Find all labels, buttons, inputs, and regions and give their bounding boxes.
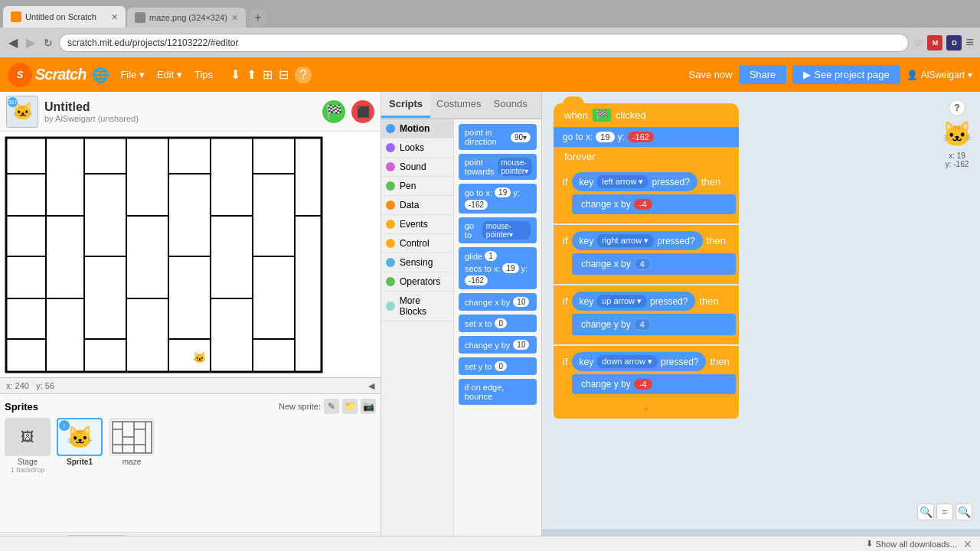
when-clicked-block[interactable]: when 🏁 clicked go to x: 19 y: -162 forev… <box>554 103 739 419</box>
category-pen[interactable]: Pen <box>381 177 453 196</box>
tab2-close[interactable]: ✕ <box>231 13 238 23</box>
category-events[interactable]: Events <box>381 215 453 234</box>
category-sensing[interactable]: Sensing <box>381 253 453 272</box>
sprites-title: Sprites <box>5 401 38 412</box>
block-change-y[interactable]: change y by 10 <box>459 336 537 354</box>
change-x-right-val: 4 <box>634 258 651 270</box>
category-data[interactable]: Data <box>381 196 453 215</box>
block-glide[interactable]: glide 1 secs to x: 19 y: -162 <box>459 247 537 289</box>
back-button[interactable]: ◀ <box>6 34 20 51</box>
expand-icon[interactable]: ◀ <box>368 381 374 391</box>
hat-block-top: when 🏁 clicked <box>554 103 739 127</box>
events-label: Events <box>400 219 428 230</box>
new-tab-button[interactable]: + <box>249 9 267 28</box>
ext-icon-2[interactable]: D <box>946 35 962 51</box>
key-left-dropdown[interactable]: left arrow ▾ <box>596 175 648 188</box>
key-up-dropdown[interactable]: up arrow ▾ <box>596 295 647 308</box>
motion-dot <box>386 124 395 133</box>
set-y-val: 0 <box>495 361 507 371</box>
block-point-towards[interactable]: point towards mouse-pointer▾ <box>459 154 537 180</box>
arrow-icon: ▶ <box>803 69 811 80</box>
tab-scripts[interactable]: Scripts <box>381 92 430 118</box>
stage-sprite-item[interactable]: 🖼 Stage 1 backdrop <box>5 418 51 474</box>
camera-sprite-button[interactable]: 📷 <box>361 399 376 414</box>
close-downloads-button[interactable]: ✕ <box>963 538 972 550</box>
show-downloads-label: Show all downloads... <box>876 540 957 549</box>
pressed-up-label: pressed? <box>650 296 688 307</box>
forward-button[interactable]: ▶ <box>24 34 38 51</box>
pressed-right-label: pressed? <box>657 236 694 246</box>
sprites-panel: Sprites New sprite: ✎ 📁 📷 🖼 Stage <box>0 393 381 532</box>
block-point-direction[interactable]: point in direction 90▾ <box>459 124 537 150</box>
edit-menu[interactable]: Edit ▾ <box>152 67 188 83</box>
block-goto-to[interactable]: go to mouse-pointer▾ <box>459 217 537 243</box>
category-sound[interactable]: Sound <box>381 158 453 177</box>
green-flag-button[interactable]: 🏁 <box>322 100 345 123</box>
maze-sprite-item[interactable]: maze <box>109 418 155 466</box>
tab-2[interactable]: maze.png (324×324) ✕ <box>127 8 246 28</box>
shrink-icon[interactable]: ⊟ <box>279 67 289 82</box>
category-motion[interactable]: Motion <box>381 119 453 139</box>
category-operators[interactable]: Operators <box>381 272 453 292</box>
svg-text:🐱: 🐱 <box>193 351 207 364</box>
block-change-x[interactable]: change x by 10 <box>459 293 537 311</box>
reload-button[interactable]: ↻ <box>41 35 55 51</box>
show-downloads-button[interactable]: ⬇ Show all downloads... <box>866 539 957 549</box>
zoom-reset-button[interactable]: = <box>936 504 953 520</box>
block-set-x[interactable]: set x to 0 <box>459 315 537 332</box>
change-y-down-block[interactable]: change y by -4 <box>572 374 736 394</box>
download-icon[interactable]: ⬇ <box>230 67 240 82</box>
file-menu[interactable]: File ▾ <box>115 67 150 83</box>
change-y-val: 10 <box>513 340 529 350</box>
bookmark-icon[interactable]: ☆ <box>913 35 923 50</box>
user-area[interactable]: 👤 AlSweigart ▾ <box>906 70 972 80</box>
middle-panel: Scripts Costumes Sounds Motion <box>381 92 542 551</box>
zoom-out-button[interactable]: 🔍 <box>956 504 972 520</box>
project-name-input[interactable] <box>44 100 236 114</box>
tab2-favicon <box>135 12 145 23</box>
paint-sprite-button[interactable]: ✎ <box>324 399 339 414</box>
change-y-label: change y by <box>465 341 510 350</box>
category-looks[interactable]: Looks <box>381 139 453 158</box>
tab1-label: Untitled on Scratch <box>25 12 107 21</box>
tab-costumes[interactable]: Costumes <box>430 92 488 118</box>
upload-icon[interactable]: ⬆ <box>247 67 256 82</box>
goto-to-label: go to <box>465 221 479 240</box>
motion-label: Motion <box>400 123 430 134</box>
forever-end: + <box>554 403 739 419</box>
change-x-left-block[interactable]: change x by -4 <box>572 194 736 214</box>
share-label: Share <box>750 69 776 80</box>
save-now-button[interactable]: Save now <box>689 69 733 80</box>
user-icon: 👤 <box>906 70 918 80</box>
see-project-button[interactable]: ▶ See project page <box>792 65 900 84</box>
ext-icon-1[interactable]: M <box>927 35 942 51</box>
change-y-down-val: -4 <box>634 379 652 390</box>
category-more-blocks[interactable]: More Blocks <box>381 292 453 321</box>
category-control[interactable]: Control <box>381 234 453 253</box>
share-button[interactable]: Share <box>739 65 787 84</box>
tab-sounds[interactable]: Sounds <box>488 92 534 118</box>
stop-button[interactable]: ⬛ <box>351 100 374 123</box>
menu-button[interactable]: ≡ <box>965 34 974 51</box>
block-goto-xy[interactable]: go to x: 19 y: -162 <box>459 184 537 214</box>
change-x-right-block[interactable]: change x by 4 <box>572 253 736 275</box>
tab1-close[interactable]: ✕ <box>111 12 118 22</box>
sprite1-item[interactable]: 🐱 i Sprite1 <box>57 418 103 466</box>
change-x-left-label: change x by <box>581 199 631 210</box>
block-set-y[interactable]: set y to 0 <box>459 357 537 375</box>
goto-block[interactable]: go to x: 19 y: -162 <box>554 127 739 147</box>
key-down-dropdown[interactable]: down arrow ▾ <box>596 355 658 368</box>
help-icon[interactable]: ? <box>295 67 312 83</box>
globe-icon[interactable]: 🌐 <box>92 67 109 83</box>
url-field[interactable]: scratch.mit.edu/projects/12103222/#edito… <box>59 34 909 52</box>
tips-menu[interactable]: Tips <box>189 67 218 83</box>
fullscreen-icon[interactable]: ⊞ <box>263 67 273 82</box>
goto-y-label2: y: <box>618 132 625 142</box>
block-if-edge-bounce[interactable]: if on edge, bounce <box>459 379 537 405</box>
change-y-up-block[interactable]: change y by 4 <box>572 314 736 335</box>
tab-1[interactable]: Untitled on Scratch ✕ <box>3 6 126 28</box>
set-x-val: 0 <box>495 318 507 328</box>
upload-sprite-button[interactable]: 📁 <box>342 399 358 414</box>
zoom-in-button[interactable]: 🔍 <box>917 504 934 520</box>
key-right-dropdown[interactable]: right arrow ▾ <box>596 234 654 247</box>
